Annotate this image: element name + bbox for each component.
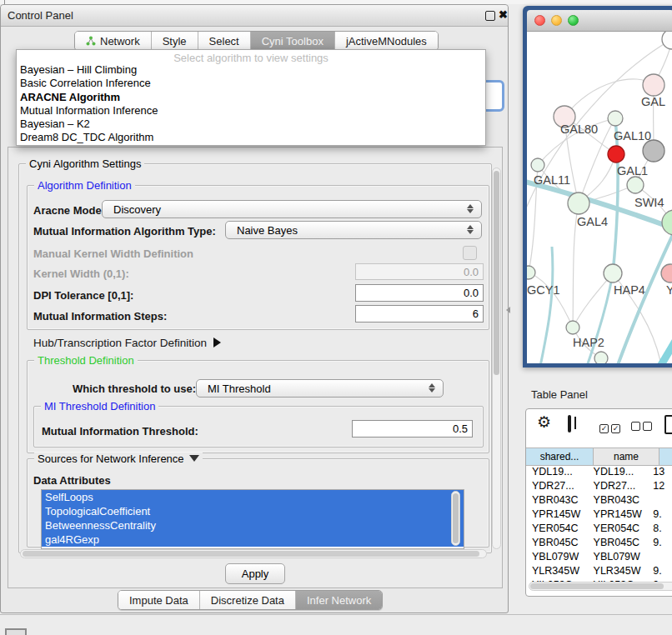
column-header-name[interactable]: name — [594, 448, 659, 465]
table-cell[interactable]: YDL19... — [526, 465, 588, 479]
mi-steps-field[interactable] — [355, 305, 484, 322]
network-node[interactable] — [643, 140, 664, 162]
sources-title[interactable]: Sources for Network Inference — [34, 452, 203, 465]
hub-definition-toggle[interactable]: Hub/Transcription Factor Definition — [33, 337, 221, 349]
table-cell[interactable]: 13 — [647, 465, 672, 479]
network-node[interactable] — [643, 74, 664, 96]
network-node[interactable] — [527, 266, 535, 279]
data-attribute-item-selected[interactable]: BetweennessCentrality — [42, 518, 464, 532]
column-header-3[interactable] — [659, 448, 672, 465]
network-node[interactable] — [604, 264, 622, 282]
data-attribute-item-selected[interactable]: gal4RGexp — [42, 532, 464, 547]
kernel-width-field[interactable] — [355, 263, 484, 280]
settings-horizontal-scrollbar[interactable] — [20, 549, 487, 558]
table-cell[interactable]: YLR345W — [588, 564, 648, 578]
column-layout-icon[interactable] — [568, 415, 571, 432]
table-cell[interactable]: YDR27... — [588, 479, 648, 493]
table-row[interactable]: YDR27...YDR27...12 — [526, 479, 672, 493]
table-body[interactable]: YDL19...YDL19...13YDR27...YDR27...12YBR0… — [526, 465, 672, 582]
settings-vertical-scrollbar[interactable] — [492, 168, 501, 549]
table-cell[interactable]: YDL19... — [588, 465, 648, 479]
algorithm-option[interactable]: Bayesian – Hill Climbing — [17, 63, 485, 77]
mi-threshold-field[interactable] — [352, 420, 473, 438]
network-edge[interactable] — [535, 247, 553, 363]
float-window-icon[interactable] — [485, 11, 495, 21]
table-cell[interactable]: YBR045C — [526, 536, 588, 550]
zoom-traffic-light-icon[interactable] — [568, 15, 579, 26]
table-settings-gear-icon[interactable]: ⚙ — [537, 412, 551, 432]
tab-cyni-toolbox[interactable]: Cyni Toolbox — [251, 32, 335, 50]
table-cell[interactable]: 9. — [647, 508, 672, 522]
network-node[interactable] — [608, 146, 624, 162]
network-node[interactable] — [568, 192, 589, 214]
table-cell[interactable] — [647, 493, 672, 508]
network-window-titlebar[interactable] — [527, 10, 672, 32]
algorithm-option[interactable]: Mutual Information Inference — [17, 104, 485, 118]
manual-kernel-checkbox[interactable] — [463, 246, 477, 260]
algorithm-option[interactable]: Dream8 DC_TDC Algorithm — [17, 131, 485, 144]
tab-style[interactable]: Style — [152, 32, 198, 50]
network-canvas[interactable]: GALGAL80GAL10GAL11GAL1SWI4GAL4GCY1HAP4YH… — [527, 32, 672, 363]
tab-discretize-data[interactable]: Discretize Data — [200, 591, 296, 609]
table-row[interactable]: YDL19...YDL19...13 — [526, 465, 672, 479]
network-edge[interactable] — [642, 307, 672, 363]
tab-impute-data[interactable]: Impute Data — [118, 591, 200, 609]
network-node[interactable] — [662, 210, 672, 235]
network-edge[interactable] — [564, 79, 654, 117]
attribute-list-scrollbar[interactable] — [451, 491, 460, 546]
network-node[interactable] — [594, 352, 608, 363]
table-cell[interactable]: 9. — [647, 564, 672, 578]
table-cell[interactable]: YPR145W — [526, 508, 588, 522]
table-cell[interactable]: YBR043C — [588, 493, 648, 508]
tab-infer-network[interactable]: Infer Network — [296, 591, 382, 609]
deselect-all-checkboxes-icon[interactable] — [631, 419, 654, 434]
table-row[interactable]: YPR145WYPR145W9. — [526, 508, 672, 522]
which-threshold-select[interactable]: MI Threshold — [196, 379, 444, 398]
table-row[interactable]: YLR345WYLR345W9. — [526, 564, 672, 578]
table-cell[interactable]: YBL079W — [526, 550, 588, 564]
aracne-mode-select[interactable]: Discovery — [102, 200, 482, 218]
tab-jactivemnodules[interactable]: jActiveMNodules — [335, 32, 438, 50]
network-node[interactable] — [531, 158, 544, 172]
minimize-traffic-light-icon[interactable] — [551, 15, 562, 26]
algorithm-option[interactable]: Bayesian – K2 — [17, 118, 485, 131]
mi-type-select[interactable]: Naive Bayes — [225, 221, 482, 239]
tab-select[interactable]: Select — [198, 32, 251, 50]
table-horizontal-scrollbar[interactable] — [529, 582, 672, 591]
data-attribute-item-selected[interactable]: TopologicalCoefficient — [42, 504, 464, 518]
network-node[interactable] — [661, 264, 672, 282]
network-node[interactable] — [627, 177, 644, 193]
table-row[interactable]: YBR043CYBR043C — [526, 493, 672, 508]
table-cell[interactable]: YLR345W — [526, 564, 588, 578]
table-cell[interactable] — [647, 550, 672, 564]
table-cell[interactable]: YER054C — [588, 522, 648, 536]
close-icon[interactable]: ✖ — [499, 8, 508, 21]
table-cell[interactable]: YBR045C — [588, 536, 648, 550]
table-cell[interactable]: 12 — [647, 479, 672, 493]
table-row[interactable]: YBR045CYBR045C9. — [526, 536, 672, 550]
tab-network[interactable]: Network — [75, 32, 152, 50]
minimized-panel-box[interactable] — [5, 628, 27, 635]
dpi-tolerance-field[interactable] — [355, 284, 484, 302]
table-cell[interactable]: YPR145W — [588, 508, 648, 522]
panel-divider-handle[interactable] — [506, 307, 510, 313]
control-panel-titlebar[interactable]: Control Panel ✖ — [1, 5, 508, 27]
data-attributes-list[interactable]: SelfLoopsTopologicalCoefficientBetweenne… — [41, 489, 464, 549]
network-node[interactable] — [608, 111, 623, 126]
column-header-shared[interactable]: shared... — [526, 448, 594, 465]
network-node[interactable] — [662, 32, 672, 49]
close-traffic-light-icon[interactable] — [534, 15, 545, 26]
table-row[interactable]: YER054CYER054C8. — [526, 522, 672, 536]
table-cell[interactable]: 8. — [647, 522, 672, 536]
table-row[interactable]: YBL079WYBL079W — [526, 550, 672, 564]
table-cell[interactable]: YBR043C — [526, 493, 588, 508]
select-all-checkboxes-icon[interactable]: ✓✓ — [599, 419, 623, 434]
data-attribute-item-selected[interactable]: SelfLoops — [42, 490, 464, 504]
network-node[interactable] — [566, 321, 579, 334]
algorithm-option[interactable]: Basic Correlation Inference — [17, 77, 485, 90]
table-cell[interactable]: YDR27... — [526, 479, 588, 493]
table-cell[interactable]: YBL079W — [588, 550, 648, 564]
algorithm-option[interactable]: ARACNE Algorithm — [17, 91, 485, 104]
table-cell[interactable]: YER054C — [526, 522, 588, 536]
new-column-doc-icon[interactable] — [664, 415, 672, 434]
